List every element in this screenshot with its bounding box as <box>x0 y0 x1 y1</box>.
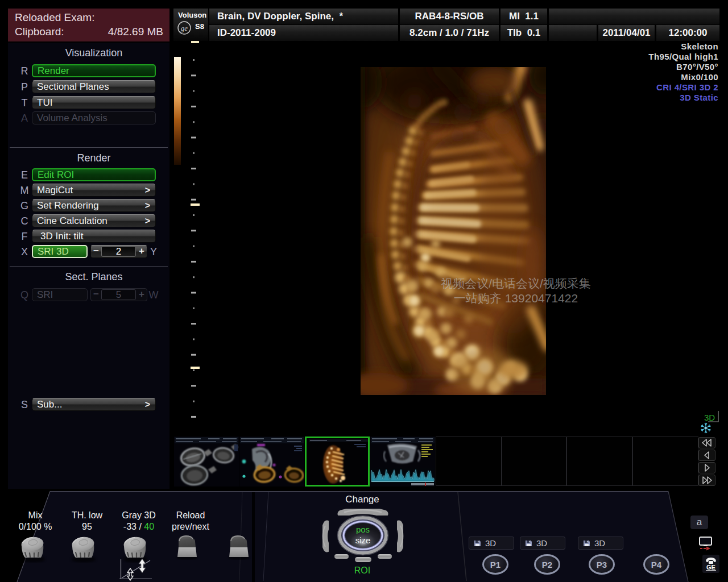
svg-text:size: size <box>355 535 371 545</box>
svg-text:pos: pos <box>356 525 370 534</box>
svg-text:ge: ge <box>181 24 188 32</box>
svg-text:GE: GE <box>706 564 715 571</box>
